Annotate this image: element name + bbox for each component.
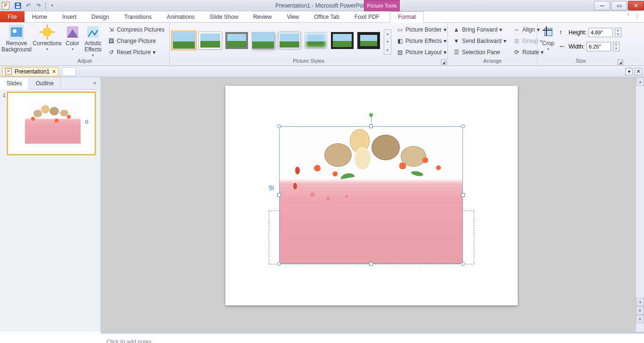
style-thumb-1[interactable]: [173, 32, 195, 49]
qat-separator: [45, 2, 46, 9]
remove-background-button[interactable]: Remove Background: [3, 24, 30, 53]
selection-pane-label: Selection Pane: [462, 49, 500, 56]
new-document-tab[interactable]: [62, 67, 76, 76]
tab-foxit[interactable]: Foxit PDF: [347, 11, 387, 22]
undo-icon[interactable]: ↶: [24, 1, 33, 10]
corrections-label: Corrections: [33, 41, 61, 47]
notes-pane[interactable]: Click to add notes: [101, 332, 644, 343]
slide-thumbnail[interactable]: So: [8, 92, 95, 155]
minimize-ribbon-icon[interactable]: ˆ: [627, 14, 629, 20]
selection-pane-icon: ☰: [453, 49, 460, 56]
align-icon: ↔: [513, 26, 520, 33]
resize-handle-tl[interactable]: [277, 124, 281, 128]
picture-layout-button[interactable]: ▤Picture Layout ▾: [394, 47, 448, 57]
picture-border-button[interactable]: ▭Picture Border ▾: [394, 24, 448, 35]
next-slide-icon[interactable]: ⤋: [636, 315, 644, 323]
resize-handle-ml[interactable]: [277, 193, 281, 197]
doctabs-right-controls: ▾ ✕: [625, 68, 642, 75]
save-icon[interactable]: [13, 1, 23, 10]
style-thumb-3[interactable]: [225, 32, 248, 49]
group-arrange: ▲Bring Forward ▾ ▼Send Backward ▾ ☰Selec…: [448, 23, 537, 65]
selected-picture[interactable]: [279, 126, 463, 264]
sidetab-slides[interactable]: Slides: [0, 77, 29, 90]
doctabs-close[interactable]: ✕: [635, 68, 642, 75]
color-button[interactable]: Color▾: [64, 24, 81, 52]
thumb-number: 1: [3, 92, 6, 155]
prev-slide-icon[interactable]: ⤊: [636, 306, 644, 315]
width-input[interactable]: [586, 42, 611, 51]
tab-insert[interactable]: Insert: [55, 11, 84, 22]
scroll-down-icon[interactable]: ▾: [636, 298, 644, 306]
minimize-button[interactable]: ─: [594, 1, 610, 10]
tab-home[interactable]: Home: [25, 11, 55, 22]
bring-forward-button[interactable]: ▲Bring Forward ▾: [451, 24, 508, 35]
tab-design[interactable]: Design: [84, 11, 116, 22]
restore-button[interactable]: ▭: [611, 1, 627, 10]
tab-animations[interactable]: Animations: [159, 11, 202, 22]
send-backward-button[interactable]: ▼Send Backward ▾: [451, 36, 508, 46]
sidetab-close-icon[interactable]: ×: [89, 77, 100, 89]
scroll-up-icon[interactable]: ▴: [636, 77, 644, 86]
send-backward-icon: ▼: [453, 37, 460, 45]
qat-customize-icon[interactable]: ▾: [48, 1, 57, 10]
picture-layout-icon: ▤: [396, 49, 404, 56]
style-thumb-8[interactable]: [357, 32, 380, 49]
resize-handle-mr[interactable]: [461, 193, 465, 197]
align-label: Align: [522, 26, 535, 33]
resize-handle-tm[interactable]: [369, 124, 373, 128]
width-spinner[interactable]: ▴▾: [613, 42, 619, 51]
style-thumb-7[interactable]: [331, 32, 354, 49]
sidetab-outline[interactable]: Outline: [29, 77, 61, 89]
remove-background-icon: [9, 24, 24, 40]
doc-tab-name: Presentation1: [15, 68, 50, 75]
height-spinner[interactable]: ▴▾: [615, 28, 621, 37]
doc-tab-close-icon[interactable]: ×: [52, 68, 56, 75]
resize-handle-bl[interactable]: [277, 262, 281, 266]
thumb-picture: [25, 102, 81, 144]
ribbon: Remove Background Corrections▾ Color▾ Ar…: [0, 23, 644, 66]
artistic-effects-button[interactable]: Artistic Effects▾: [83, 24, 102, 58]
document-tab[interactable]: P Presentation1 ×: [2, 67, 59, 76]
change-picture-button[interactable]: 🖼Change Picture: [106, 36, 166, 46]
resize-handle-tr[interactable]: [461, 124, 465, 128]
tab-officetab[interactable]: Office Tab: [306, 11, 347, 22]
style-thumb-5[interactable]: [278, 32, 301, 49]
main-area: Slides Outline × 1 So: [0, 77, 644, 332]
corrections-button[interactable]: Corrections▾: [33, 24, 61, 52]
side-tabs: Slides Outline ×: [0, 77, 100, 90]
height-label: Height:: [569, 29, 586, 36]
editor-scrollbar[interactable]: ▴ ▾ ⤊ ⤋: [636, 77, 644, 332]
file-tab[interactable]: File: [0, 11, 25, 22]
ribbon-tabs: File Home Insert Design Transitions Anim…: [0, 11, 644, 23]
selection-pane-button[interactable]: ☰Selection Pane: [451, 47, 508, 57]
size-launcher[interactable]: ◢: [618, 59, 623, 65]
doctabs-dropdown[interactable]: ▾: [625, 68, 633, 75]
slide-canvas[interactable]: Slro: [225, 86, 518, 305]
tab-slideshow[interactable]: Slide Show: [202, 11, 246, 22]
rotation-handle[interactable]: [369, 113, 373, 117]
slide-editor[interactable]: Slro: [101, 77, 644, 332]
width-label: Width:: [569, 43, 585, 50]
height-input[interactable]: [588, 28, 613, 37]
style-thumb-6[interactable]: [305, 32, 327, 49]
quick-access-toolbar: ↶ ↷ ▾: [13, 1, 57, 10]
compress-pictures-button[interactable]: ⇲Compress Pictures: [106, 24, 166, 35]
resize-handle-bm[interactable]: [369, 262, 373, 266]
tab-format[interactable]: Format: [390, 11, 424, 23]
crop-button[interactable]: Crop▾: [540, 24, 556, 52]
reset-picture-button[interactable]: ↺Reset Picture ▾: [106, 47, 166, 57]
tab-review[interactable]: Review: [246, 11, 279, 22]
redo-icon[interactable]: ↷: [34, 1, 43, 10]
help-icon[interactable]: ❔: [633, 14, 640, 20]
styles-launcher[interactable]: ◢: [441, 59, 446, 65]
styles-gallery-more[interactable]: ▴▾▾: [384, 29, 391, 55]
tab-view[interactable]: View: [279, 11, 306, 22]
picture-effects-button[interactable]: ◧Picture Effects ▾: [394, 36, 448, 46]
svg-point-6: [42, 27, 52, 37]
resize-handle-br[interactable]: [461, 262, 465, 266]
tab-transitions[interactable]: Transitions: [116, 11, 159, 22]
style-thumb-2[interactable]: [199, 32, 222, 49]
style-thumb-4[interactable]: [252, 32, 274, 49]
close-button[interactable]: ✕: [628, 1, 644, 10]
height-icon: ↕: [559, 29, 567, 36]
